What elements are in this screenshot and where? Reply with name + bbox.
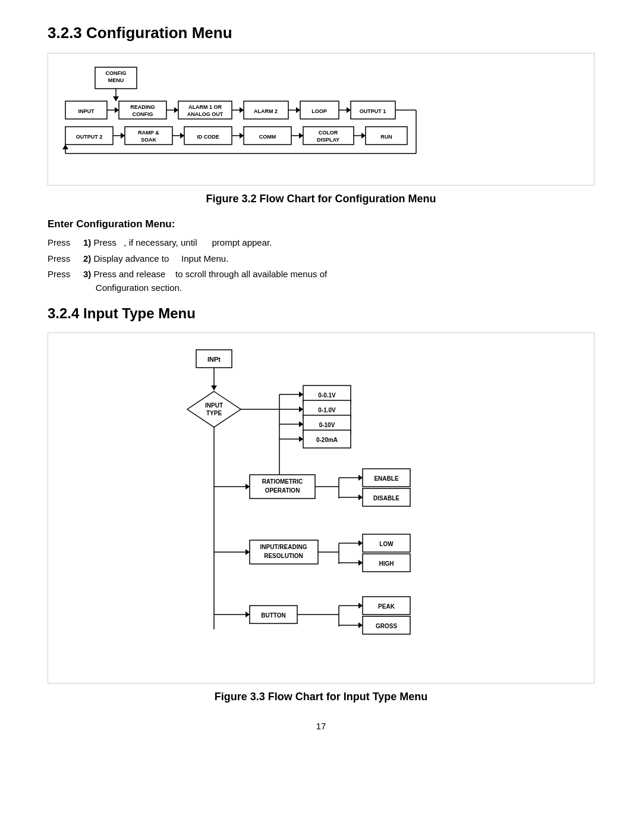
svg-marker-76 [299,421,303,427]
svg-text:DISPLAY: DISPLAY [317,137,339,143]
svg-text:LOW: LOW [379,541,394,547]
svg-text:RESOLUTION: RESOLUTION [264,553,303,559]
svg-text:ANALOG OUT: ANALOG OUT [187,111,224,117]
svg-text:0-1.0V: 0-1.0V [318,407,336,413]
press-row-2: Press 2) Display advance to Input Menu. [48,252,594,266]
svg-text:TYPE: TYPE [206,410,222,416]
svg-text:CONFIG: CONFIG [133,111,153,117]
svg-text:ENABLE: ENABLE [374,475,398,482]
page-number: 17 [48,721,594,731]
svg-text:MENU: MENU [108,77,124,83]
svg-marker-26 [347,107,351,113]
figure2-caption: Figure 3.2 Flow Chart for Configuration … [48,193,594,205]
svg-text:OUTPUT 2: OUTPUT 2 [76,134,103,140]
svg-marker-46 [240,133,244,139]
section-title: 3.2.3 Configuration Menu [48,24,594,42]
input-flow-svg: INPt INPUT TYPE 0-0.1V 0-1.0V 0-10V 0-2 [137,344,505,683]
svg-marker-92 [358,475,363,481]
svg-marker-125 [358,622,363,628]
svg-text:HIGH: HIGH [379,560,394,567]
svg-text:INPt: INPt [207,356,221,363]
svg-text:COLOR: COLOR [319,130,338,136]
svg-text:INPUT: INPUT [205,402,223,409]
svg-marker-80 [299,436,303,442]
config-flow-svg: CONFIG MENU INPUT READING CONFIG ALARM 1… [59,64,583,174]
svg-text:OPERATION: OPERATION [265,487,300,494]
press-row-1: Press 1) Press , if necessary, until pro… [48,236,594,250]
svg-marker-72 [299,406,303,412]
enter-config-section: Enter Configuration Menu: Press 1) Press… [48,218,594,294]
svg-marker-55 [361,133,366,139]
svg-marker-33 [62,145,68,149]
svg-text:INPUT/READING: INPUT/READING [260,544,307,550]
svg-text:ALARM 1 OR: ALARM 1 OR [188,104,222,110]
svg-text:RUN: RUN [380,134,392,140]
svg-text:0-0.1V: 0-0.1V [318,392,336,399]
svg-marker-100 [246,549,250,555]
svg-marker-22 [296,107,300,113]
press-content-1: 1) Press , if necessary, until prompt ap… [83,236,594,250]
svg-marker-4 [113,96,119,101]
svg-text:OUTPUT 1: OUTPUT 1 [360,108,386,114]
figure3-caption: Figure 3.3 Flow Chart for Input Type Men… [48,691,594,703]
svg-marker-61 [211,385,217,390]
svg-text:DISABLE: DISABLE [373,495,399,502]
press-label-2: Press [48,252,83,266]
svg-text:READING: READING [130,104,155,110]
press-content-2: 2) Display advance to Input Menu. [83,252,594,266]
svg-marker-18 [240,107,244,113]
svg-text:COMM: COMM [259,134,276,140]
svg-text:PEAK: PEAK [378,603,395,610]
svg-text:ALARM 2: ALARM 2 [254,108,278,114]
svg-marker-111 [358,560,363,566]
svg-text:GROSS: GROSS [376,623,397,629]
svg-text:LOOP: LOOP [311,108,327,114]
svg-marker-96 [358,494,363,500]
svg-text:RAMP &: RAMP & [138,130,159,136]
svg-marker-8 [115,107,119,113]
svg-text:0-20mA: 0-20mA [316,437,338,443]
press-label-3: Press [48,268,83,281]
svg-text:SOAK: SOAK [141,137,157,143]
svg-marker-42 [180,133,184,139]
press-label-1: Press [48,236,83,250]
svg-text:INPUT: INPUT [78,108,95,114]
svg-marker-121 [358,603,363,609]
svg-marker-50 [299,133,303,139]
config-flowchart: CONFIG MENU INPUT READING CONFIG ALARM 1… [48,53,594,186]
svg-text:CONFIG: CONFIG [106,70,127,76]
svg-marker-68 [299,391,303,397]
svg-text:RATIOMETRIC: RATIOMETRIC [262,478,303,485]
press-row-3: Press 3) Press and release to scroll thr… [48,268,594,294]
svg-marker-107 [358,540,363,546]
svg-marker-85 [246,484,250,490]
svg-text:0-10V: 0-10V [319,422,335,428]
svg-marker-62 [187,391,241,427]
enter-config-title: Enter Configuration Menu: [48,218,594,230]
subsection-title: 3.2.4 Input Type Menu [48,305,594,322]
svg-marker-115 [246,612,250,618]
svg-marker-37 [121,133,125,139]
svg-marker-13 [174,107,178,113]
press-content-3: 3) Press and release to scroll through a… [83,268,594,294]
svg-text:ID CODE: ID CODE [197,134,219,140]
svg-text:BUTTON: BUTTON [261,612,285,619]
input-type-flowchart: INPt INPUT TYPE 0-0.1V 0-1.0V 0-10V 0-2 [48,333,594,684]
